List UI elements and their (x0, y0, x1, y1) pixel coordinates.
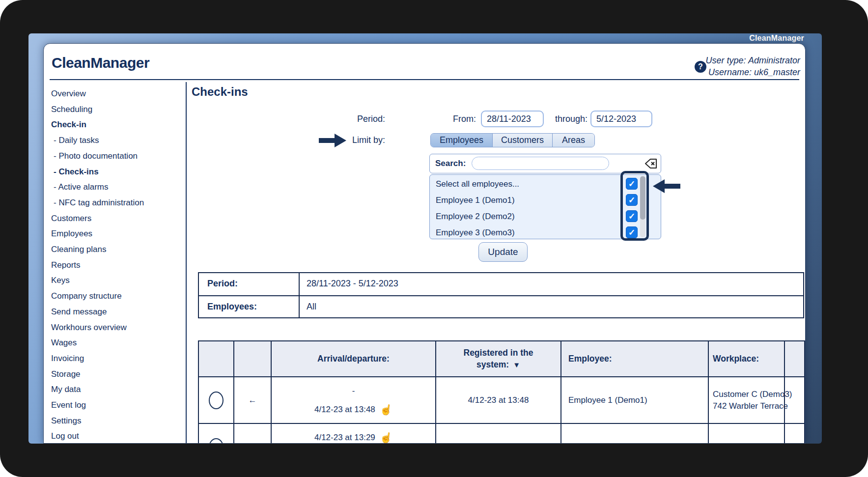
help-icon[interactable]: ? (695, 61, 706, 73)
check-ins-table: Arrival/departure: Registered in the sys… (198, 340, 805, 444)
sidebar-item-send-message[interactable]: Send message (51, 304, 183, 320)
from-date-input[interactable] (481, 111, 544, 127)
header-divider (50, 79, 799, 80)
sort-descending-icon[interactable]: ▼ (513, 361, 520, 369)
employee-list: Select all employees... ✓ Employee 1 (De… (429, 174, 661, 239)
summary-period-label: Period: (199, 273, 300, 295)
header-select-column (198, 341, 234, 377)
workplace-customer: Customer C (Demo3) (713, 389, 784, 400)
sidebar-nav: Overview Scheduling Check-in - Daily tas… (51, 86, 183, 444)
sidebar-item-check-in[interactable]: Check-in (51, 117, 183, 133)
list-item-label: Employee 3 (Demo3) (436, 224, 515, 239)
sidebar-item-customers[interactable]: Customers (51, 211, 183, 226)
sidebar-divider (186, 82, 187, 444)
header-employee[interactable]: Employee: (561, 341, 708, 377)
row-actions-cell (784, 423, 805, 444)
employee-checkbox[interactable]: ✓ (626, 194, 638, 206)
page-title: Check-ins (192, 85, 248, 99)
sidebar-item-my-data[interactable]: My data (51, 382, 183, 397)
search-input[interactable] (472, 157, 609, 170)
table-row: ← - 4/12-23 at 13:48☝ 4/12-23 at 13:48 E… (198, 377, 805, 423)
pointer-hand-icon: ☝ (379, 403, 393, 416)
header-actions-column (784, 341, 805, 377)
header-registered-label: Registered in the system: (464, 348, 533, 369)
sidebar-item-employees[interactable]: Employees (51, 226, 183, 242)
sidebar-item-scheduling[interactable]: Scheduling (51, 102, 183, 117)
departure-time[interactable]: 4/12-23 at 13:48 (314, 405, 375, 415)
sidebar-item-overview[interactable]: Overview (51, 86, 183, 102)
sidebar-item-nfc-tag-administration[interactable]: - NFC tag administration (51, 195, 183, 211)
header-registered[interactable]: Registered in the system:▼ (436, 341, 561, 377)
from-label: From: (434, 110, 476, 128)
sidebar-item-storage[interactable]: Storage (51, 366, 183, 382)
sidebar-item-log-out[interactable]: Log out (51, 428, 183, 444)
sidebar-item-cleaning-plans[interactable]: Cleaning plans (51, 242, 183, 257)
employee-cell: Employee 1 (Demo1) (561, 377, 708, 423)
list-item-label: Employee 2 (Demo2) (436, 208, 515, 224)
sidebar-item-photo-documentation[interactable]: - Photo documentation (51, 148, 183, 164)
employee-checkbox[interactable]: ✓ (626, 178, 638, 190)
list-item-select-all[interactable]: Select all employees... ✓ (430, 176, 661, 192)
arrival-time[interactable]: 4/12-23 at 13:29 (314, 433, 375, 443)
arrival-departure-cell: - 4/12-23 at 13:48☝ (271, 377, 436, 423)
sidebar-item-workhours-overview[interactable]: Workhours overview (51, 320, 183, 336)
window-title: CleanManager (749, 34, 804, 43)
update-button[interactable]: Update (478, 242, 528, 262)
sidebar-item-invoicing[interactable]: Invoicing (51, 351, 183, 366)
summary-employees-value: All (300, 296, 316, 317)
browser-window: CleanManager CleanManager ? User type: A… (28, 33, 822, 444)
list-scrollbar-thumb[interactable] (640, 176, 645, 220)
app-page: CleanManager ? User type: Administrator … (43, 43, 806, 444)
summary-row-employees: Employees: All (199, 295, 803, 317)
period-label: Period: (316, 110, 385, 128)
direction-arrow-icon: ← (234, 377, 271, 423)
filter-summary-table: Period: 28/11-2023 - 5/12-2023 Employees… (198, 272, 804, 318)
search-label: Search: (435, 154, 466, 172)
user-info: User type: Administrator Username: uk6_m… (706, 55, 800, 78)
header-direction-column (234, 341, 271, 377)
app-logo: CleanManager (52, 55, 149, 71)
row-actions-cell (784, 377, 805, 423)
workplace-cell: Customer C (Demo3) 742 Warbler Terrace (708, 377, 784, 423)
workplace-customer: Customer C (Demo3) (713, 441, 784, 444)
search-panel: Search: (429, 154, 661, 173)
registered-cell: 4/12-23 at 13:48 (436, 377, 561, 423)
direction-arrow-icon: → (234, 423, 271, 444)
sidebar-item-active-alarms[interactable]: - Active alarms (51, 179, 183, 195)
list-scrollbar[interactable] (640, 176, 645, 237)
summary-employees-label: Employees: (199, 296, 300, 317)
row-select-cell (198, 377, 234, 423)
clear-search-icon[interactable] (641, 158, 658, 169)
list-item-employee-2[interactable]: Employee 2 (Demo2) ✓ (430, 208, 661, 224)
sidebar-item-company-structure[interactable]: Company structure (51, 288, 183, 304)
limit-by-tabs: Employees Customers Areas (430, 133, 595, 147)
sidebar-item-wages[interactable]: Wages (51, 335, 183, 351)
list-item-employee-1[interactable]: Employee 1 (Demo1) ✓ (430, 192, 661, 208)
workplace-cell: Customer C (Demo3) (708, 423, 784, 444)
arrival-time: - (352, 386, 355, 396)
list-item-label: Employee 1 (Demo1) (436, 192, 515, 208)
summary-row-period: Period: 28/11-2023 - 5/12-2023 (199, 273, 803, 295)
through-date-input[interactable] (590, 111, 652, 127)
tab-employees[interactable]: Employees (431, 134, 492, 147)
tab-customers[interactable]: Customers (492, 134, 552, 147)
tab-areas[interactable]: Areas (552, 134, 594, 147)
sidebar-item-event-log[interactable]: Event log (51, 397, 183, 413)
list-item-employee-3[interactable]: Employee 3 (Demo3) ✓ (430, 224, 661, 239)
sidebar-item-daily-tasks[interactable]: - Daily tasks (51, 133, 183, 148)
row-select-cell (198, 423, 234, 444)
row-radio-button[interactable] (209, 438, 224, 444)
header-workplace[interactable]: Workplace: (708, 341, 784, 377)
registered-cell: 4/12-23 at 13:29 (436, 423, 561, 444)
sidebar-item-check-ins[interactable]: - Check-ins (51, 164, 183, 180)
row-radio-button[interactable] (209, 392, 224, 409)
employee-checkbox[interactable]: ✓ (626, 226, 638, 238)
username: Username: uk6_master (706, 66, 800, 78)
sidebar-item-keys[interactable]: Keys (51, 273, 183, 288)
header-arrival-departure[interactable]: Arrival/departure: (271, 341, 436, 377)
sidebar-item-settings[interactable]: Settings (51, 413, 183, 429)
sidebar-item-reports[interactable]: Reports (51, 257, 183, 273)
employee-cell: Employee 1 (Demo1) (561, 423, 708, 444)
table-header-row: Arrival/departure: Registered in the sys… (198, 341, 805, 377)
employee-checkbox[interactable]: ✓ (626, 210, 638, 222)
